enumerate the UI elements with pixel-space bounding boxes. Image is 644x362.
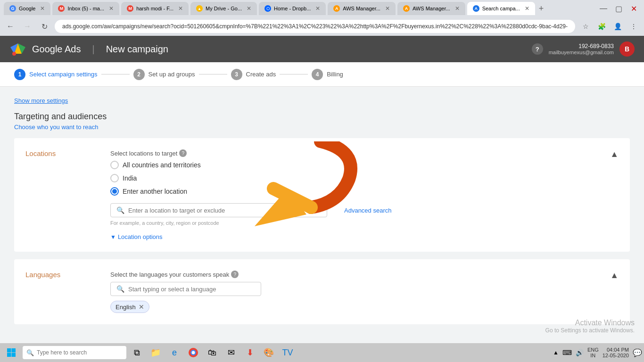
tab-gmail2[interactable]: M harsh modi - F... ✕: [121, 2, 189, 15]
back-button[interactable]: ←: [4, 20, 17, 33]
start-button[interactable]: [2, 344, 21, 361]
windows-logo-icon: [7, 348, 16, 357]
location-options-link[interactable]: ▼ Location options: [110, 233, 610, 240]
forward-button[interactable]: →: [21, 20, 34, 33]
tab-search-campaign[interactable]: A Search campa... ✕: [467, 2, 535, 15]
tab-close-dropbox[interactable]: ✕: [315, 5, 320, 12]
notification-center-button[interactable]: 💬: [633, 348, 642, 357]
step-1-label: Select campaign settings: [29, 71, 98, 78]
language-tag-english-remove[interactable]: ✕: [139, 303, 144, 311]
bookmark-button[interactable]: ☆: [579, 20, 592, 33]
user-avatar[interactable]: B: [619, 41, 635, 57]
keyboard-icon: ⌨: [562, 349, 572, 356]
tab-favicon-mydrive: ▲: [196, 5, 203, 12]
locations-collapse-button[interactable]: ▲: [610, 149, 619, 159]
radio-another-location[interactable]: Enter another location: [110, 187, 610, 196]
language-tags: English ✕: [110, 296, 610, 313]
chrome-icon: [189, 348, 198, 357]
step-1[interactable]: 1 Select campaign settings: [14, 69, 98, 80]
address-input[interactable]: [55, 20, 575, 33]
step-line-1-2: [101, 74, 130, 74]
location-search-box[interactable]: 🔍: [110, 203, 327, 217]
tab-aws1[interactable]: A AWS Manager... ✕: [328, 2, 396, 15]
step-4-label: Billing: [327, 71, 343, 78]
svg-rect-8: [7, 353, 11, 357]
tab-title-mydrive: My Drive - Go...: [206, 6, 242, 11]
tab-close-mydrive[interactable]: ✕: [247, 5, 251, 12]
taskbar-paint-button[interactable]: 🎨: [260, 344, 277, 361]
volume-icon[interactable]: 🔊: [576, 349, 584, 356]
tab-close-aws2[interactable]: ✕: [455, 5, 460, 12]
locations-section-title: Locations: [25, 149, 110, 157]
tab-favicon-aws2: A: [403, 5, 410, 12]
user-email: mailbuyernexus@gmail.com: [549, 49, 614, 55]
taskbar-edge-button[interactable]: e: [166, 344, 183, 361]
tab-close-gmail2[interactable]: ✕: [178, 5, 183, 12]
languages-collapse-button[interactable]: ▲: [610, 271, 619, 280]
taskbar-datetime: 04:04 PM 12-05-2020: [603, 347, 629, 358]
window-close-button[interactable]: ✕: [627, 2, 640, 15]
taskbar-file-explorer-button[interactable]: 📁: [147, 344, 164, 361]
profile-button[interactable]: 👤: [611, 20, 624, 33]
tab-google[interactable]: G Google ✕: [4, 2, 50, 15]
show-hidden-icons-button[interactable]: ▲: [553, 349, 559, 356]
taskbar-search-icon: 🔍: [26, 349, 34, 356]
tab-dropbox[interactable]: ⬡ Home - Dropb... ✕: [259, 2, 326, 15]
taskbar-mail-button[interactable]: ✉: [223, 344, 239, 361]
browser-tabs-bar: G Google ✕ M Inbox (5) - ma... ✕ M harsh…: [0, 0, 644, 17]
torrent-icon: ⬇: [247, 347, 254, 358]
step-3-label: Create ads: [246, 71, 276, 78]
step-2[interactable]: 2 Set up ad groups: [133, 69, 195, 80]
tab-favicon-gmail1: M: [58, 5, 65, 12]
radio-india[interactable]: India: [110, 174, 610, 182]
ads-app-name: Google Ads: [32, 44, 81, 55]
svg-rect-9: [12, 353, 16, 357]
step-2-label: Set up ad groups: [149, 71, 195, 78]
radio-all-countries[interactable]: All countries and territories: [110, 161, 610, 169]
extensions-button[interactable]: 🧩: [595, 20, 608, 33]
ads-campaign-title: New campaign: [106, 44, 168, 55]
ads-logo-section: Google Ads | New campaign: [9, 41, 168, 58]
teamviewer-icon: TV: [282, 348, 293, 358]
window-maximize-button[interactable]: ▢: [612, 2, 625, 15]
step-4[interactable]: 4 Billing: [312, 69, 343, 80]
refresh-button[interactable]: ↻: [38, 20, 51, 33]
tab-favicon-gmail2: M: [127, 5, 133, 12]
tab-mydrive[interactable]: ▲ My Drive - Go... ✕: [190, 2, 257, 15]
tab-close-search-campaign[interactable]: ✕: [525, 5, 529, 12]
languages-help-icon[interactable]: ?: [231, 271, 239, 278]
show-more-settings-link[interactable]: Show more settings: [14, 97, 68, 104]
ads-header-divider: |: [92, 44, 94, 55]
more-options-button[interactable]: ⋮: [627, 20, 640, 33]
tab-close-google[interactable]: ✕: [40, 5, 45, 12]
progress-steps-bar: 1 Select campaign settings 2 Set up ad g…: [0, 62, 644, 87]
location-search-input[interactable]: [128, 207, 321, 214]
tab-close-aws1[interactable]: ✕: [385, 5, 390, 12]
taskbar-search-box[interactable]: 🔍: [23, 346, 126, 359]
locations-help-icon[interactable]: ?: [179, 149, 187, 157]
taskbar-teamviewer-button[interactable]: TV: [279, 344, 296, 361]
radio-india-circle: [110, 174, 119, 182]
tab-aws2[interactable]: A AWS Manager... ✕: [397, 2, 465, 15]
google-ads-logo-icon: [9, 41, 26, 58]
taskbar-store-button[interactable]: 🛍: [204, 344, 221, 361]
help-button[interactable]: ?: [532, 43, 543, 55]
taskbar-search-input[interactable]: [37, 349, 112, 356]
taskbar-chrome-button[interactable]: [185, 344, 202, 361]
tab-gmail1[interactable]: M Inbox (5) - ma... ✕: [52, 2, 119, 15]
language-search-box[interactable]: 🔍: [110, 282, 261, 296]
edge-browser-icon: e: [172, 348, 177, 358]
window-minimize-button[interactable]: —: [597, 2, 610, 15]
languages-card-body: Select the languages your customers spea…: [110, 271, 610, 313]
taskbar-torrent-button[interactable]: ⬇: [241, 344, 258, 361]
tab-title-aws2: AWS Manager...: [413, 6, 450, 11]
new-tab-button[interactable]: +: [539, 4, 544, 14]
taskbar-task-view-button[interactable]: ⧉: [128, 344, 145, 361]
advanced-search-link[interactable]: Advanced search: [344, 207, 391, 214]
location-options-chevron-icon: ▼: [110, 234, 116, 240]
svg-point-12: [192, 351, 195, 354]
step-3[interactable]: 3 Create ads: [231, 69, 276, 80]
location-search-icon: 🔍: [116, 206, 124, 214]
language-search-input[interactable]: [128, 286, 255, 293]
tab-close-gmail1[interactable]: ✕: [109, 5, 114, 12]
